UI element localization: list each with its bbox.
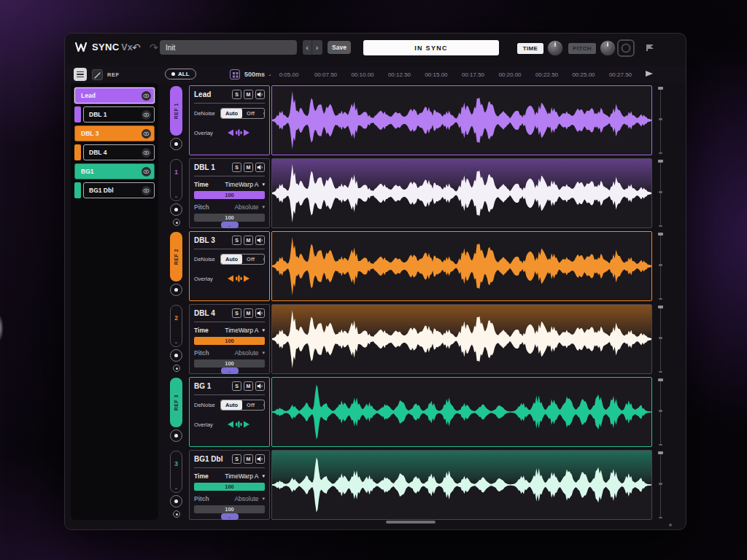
timeline-tick[interactable]: 00:07.50 (310, 71, 342, 78)
denoise-option-auto[interactable]: Auto (221, 254, 242, 264)
track-visibility-button[interactable] (142, 91, 151, 101)
denoise-option-auto[interactable]: Auto (221, 400, 242, 410)
track-list-item-body[interactable]: BG1 Dbl (83, 182, 155, 198)
waveform-display[interactable] (271, 158, 652, 228)
track-visibility-button[interactable] (142, 167, 151, 176)
lane-ref-tab[interactable]: REF 3 (170, 378, 182, 427)
time-mode-caret-icon[interactable]: ▾ (262, 327, 265, 333)
time-amount-slider[interactable]: 100 (194, 191, 265, 199)
horizontal-scrollbar[interactable] (386, 521, 436, 524)
time-mode-select[interactable]: TimeWarp A (217, 472, 262, 480)
lane-focus-button[interactable] (170, 495, 182, 508)
waveform-display[interactable] (271, 450, 652, 520)
waveform-display[interactable] (271, 304, 652, 374)
grid-resolution-caret-icon[interactable]: ⌄ (268, 71, 272, 77)
ruler-flag-icon[interactable] (646, 71, 653, 77)
track-list-item[interactable]: DBL 4 (74, 144, 155, 160)
pitch-mode-caret-icon[interactable]: ▾ (262, 496, 265, 502)
time-mode-caret-icon[interactable]: ▾ (262, 473, 265, 479)
pitch-mode-select[interactable]: Absolute (217, 349, 262, 357)
timeline-tick[interactable]: 00:12.50 (384, 71, 416, 78)
speaker-button[interactable] (255, 90, 265, 99)
lane-focus-button[interactable] (170, 138, 182, 150)
mute-button[interactable]: M (244, 381, 253, 391)
pitch-mode-caret-icon[interactable]: ▾ (262, 350, 265, 356)
solo-button[interactable]: S (232, 308, 241, 318)
lane-focus-button[interactable] (170, 429, 182, 442)
expand-panel-handle[interactable]: ⌄ (221, 368, 239, 374)
timeline-tick[interactable]: 00:15.00 (420, 71, 452, 78)
track-list-item[interactable]: DBL 1 (74, 106, 155, 122)
expand-panel-handle[interactable]: ⌄ (221, 513, 239, 520)
mute-button[interactable]: M (244, 308, 253, 318)
preset-name-input[interactable] (160, 40, 297, 55)
time-mode-button[interactable]: TIME (517, 43, 543, 54)
pitch-amount-slider[interactable]: 100 (194, 359, 265, 368)
lane-index-tab[interactable]: 3 ⌄ (170, 451, 182, 493)
pencil-icon[interactable] (92, 69, 103, 80)
solo-button[interactable]: S (232, 381, 241, 391)
lane-focus-button[interactable] (170, 349, 182, 362)
lane-settings-button[interactable] (173, 510, 180, 518)
timeline-tick[interactable]: 00:27.50 (605, 71, 637, 78)
resize-handle[interactable] (669, 524, 672, 526)
solo-button[interactable]: S (232, 454, 241, 464)
time-mode-caret-icon[interactable]: ▾ (262, 182, 265, 187)
track-list-toggle-button[interactable] (74, 68, 87, 81)
track-visibility-button[interactable] (142, 110, 151, 120)
time-amount-slider[interactable]: 100 (194, 483, 265, 491)
time-knob[interactable] (547, 40, 563, 56)
time-mode-select[interactable]: TimeWarp A (217, 327, 262, 334)
preset-next-button[interactable]: › (312, 40, 322, 55)
denoise-option-off[interactable]: Off (242, 109, 259, 118)
overlay-icon[interactable] (226, 128, 251, 137)
track-list-item-body[interactable]: DBL 4 (83, 144, 155, 160)
pitch-mode-caret-icon[interactable]: ▾ (262, 204, 265, 210)
mute-button[interactable]: M (244, 163, 253, 172)
track-visibility-button[interactable] (142, 129, 151, 139)
denoise-option-auto[interactable]: Auto (221, 109, 242, 118)
lane-ref-tab[interactable]: REF 1 (170, 86, 182, 136)
grid-snap-icon[interactable] (230, 69, 240, 79)
timeline-tick[interactable]: 00:25.00 (568, 71, 600, 78)
mute-button[interactable]: M (244, 90, 253, 99)
lane-index-tab[interactable]: 2 ⌄ (170, 305, 182, 347)
denoise-option-off[interactable]: Off (242, 400, 259, 410)
denoise-option-on[interactable]: On (259, 109, 265, 118)
undo-icon[interactable]: ↶ (132, 41, 141, 54)
redo-icon[interactable]: ↷ (150, 41, 158, 54)
solo-button[interactable]: S (232, 90, 241, 99)
denoise-option-off[interactable]: Off (242, 254, 259, 264)
pitch-mode-button[interactable]: PITCH (568, 43, 596, 54)
waveform-zoom-slider[interactable] (657, 158, 665, 228)
track-list-item[interactable]: Lead (74, 88, 155, 104)
track-list-item[interactable]: BG1 Dbl (74, 182, 155, 198)
track-list-item-body[interactable]: BG1 (74, 163, 155, 179)
lane-settings-button[interactable] (173, 219, 180, 226)
waveform-zoom-slider[interactable] (657, 85, 665, 155)
speaker-button[interactable] (255, 381, 265, 391)
lane-ref-tab[interactable]: REF 2 (170, 232, 182, 281)
settings-button[interactable] (617, 39, 635, 57)
denoise-option-on[interactable]: On (259, 254, 265, 264)
speaker-button[interactable] (255, 308, 265, 318)
speaker-button[interactable] (255, 236, 265, 245)
lane-index-tab[interactable]: 1 ⌄ (170, 159, 182, 201)
speaker-button[interactable] (255, 454, 265, 464)
solo-button[interactable]: S (232, 236, 241, 245)
waveform-display[interactable] (271, 231, 652, 301)
mute-button[interactable]: M (244, 454, 253, 464)
speaker-button[interactable] (255, 163, 265, 172)
pitch-amount-slider[interactable]: 100 (194, 505, 265, 513)
time-amount-slider[interactable]: 100 (194, 337, 265, 345)
waveform-zoom-slider[interactable] (657, 304, 665, 374)
time-mode-select[interactable]: TimeWarp A (217, 181, 262, 188)
timeline-tick[interactable]: 00:10.00 (347, 71, 379, 78)
track-list-item-body[interactable]: Lead (74, 88, 155, 104)
waveform-display[interactable] (271, 377, 652, 447)
track-visibility-button[interactable] (142, 186, 151, 195)
save-button[interactable]: Save (328, 41, 351, 54)
overlay-icon[interactable] (226, 274, 251, 283)
timeline-tick[interactable]: 00:22.50 (531, 71, 563, 78)
track-list-item-body[interactable]: DBL 3 (74, 125, 155, 141)
